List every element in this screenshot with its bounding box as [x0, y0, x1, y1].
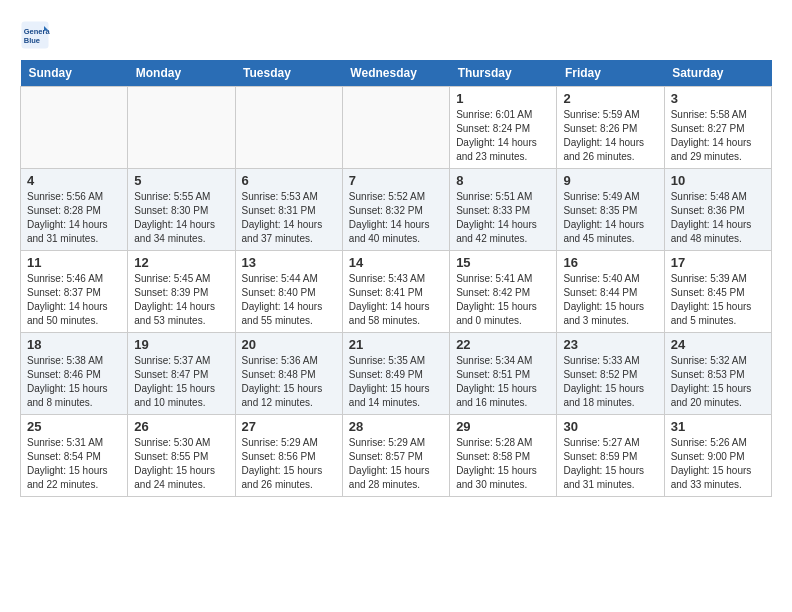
calendar-cell: 15Sunrise: 5:41 AMSunset: 8:42 PMDayligh… [450, 251, 557, 333]
day-info: Sunrise: 5:30 AMSunset: 8:55 PMDaylight:… [134, 436, 228, 492]
day-info: Sunrise: 5:49 AMSunset: 8:35 PMDaylight:… [563, 190, 657, 246]
day-info: Sunrise: 5:45 AMSunset: 8:39 PMDaylight:… [134, 272, 228, 328]
calendar-cell [235, 87, 342, 169]
day-number: 17 [671, 255, 765, 270]
calendar-cell: 24Sunrise: 5:32 AMSunset: 8:53 PMDayligh… [664, 333, 771, 415]
day-info: Sunrise: 5:55 AMSunset: 8:30 PMDaylight:… [134, 190, 228, 246]
day-info: Sunrise: 5:37 AMSunset: 8:47 PMDaylight:… [134, 354, 228, 410]
weekday-header-monday: Monday [128, 60, 235, 87]
calendar-cell: 11Sunrise: 5:46 AMSunset: 8:37 PMDayligh… [21, 251, 128, 333]
calendar-cell: 17Sunrise: 5:39 AMSunset: 8:45 PMDayligh… [664, 251, 771, 333]
day-info: Sunrise: 5:41 AMSunset: 8:42 PMDaylight:… [456, 272, 550, 328]
day-info: Sunrise: 5:31 AMSunset: 8:54 PMDaylight:… [27, 436, 121, 492]
day-info: Sunrise: 5:29 AMSunset: 8:57 PMDaylight:… [349, 436, 443, 492]
day-info: Sunrise: 5:53 AMSunset: 8:31 PMDaylight:… [242, 190, 336, 246]
day-number: 14 [349, 255, 443, 270]
day-number: 20 [242, 337, 336, 352]
week-row-5: 25Sunrise: 5:31 AMSunset: 8:54 PMDayligh… [21, 415, 772, 497]
day-number: 13 [242, 255, 336, 270]
calendar-cell [342, 87, 449, 169]
logo: General Blue [20, 20, 54, 50]
weekday-header-friday: Friday [557, 60, 664, 87]
day-number: 10 [671, 173, 765, 188]
day-info: Sunrise: 6:01 AMSunset: 8:24 PMDaylight:… [456, 108, 550, 164]
calendar-table: SundayMondayTuesdayWednesdayThursdayFrid… [20, 60, 772, 497]
calendar-cell: 23Sunrise: 5:33 AMSunset: 8:52 PMDayligh… [557, 333, 664, 415]
day-info: Sunrise: 5:36 AMSunset: 8:48 PMDaylight:… [242, 354, 336, 410]
week-row-3: 11Sunrise: 5:46 AMSunset: 8:37 PMDayligh… [21, 251, 772, 333]
calendar-cell: 6Sunrise: 5:53 AMSunset: 8:31 PMDaylight… [235, 169, 342, 251]
day-number: 9 [563, 173, 657, 188]
day-number: 11 [27, 255, 121, 270]
day-info: Sunrise: 5:52 AMSunset: 8:32 PMDaylight:… [349, 190, 443, 246]
calendar-cell: 31Sunrise: 5:26 AMSunset: 9:00 PMDayligh… [664, 415, 771, 497]
calendar-cell: 21Sunrise: 5:35 AMSunset: 8:49 PMDayligh… [342, 333, 449, 415]
calendar-cell: 5Sunrise: 5:55 AMSunset: 8:30 PMDaylight… [128, 169, 235, 251]
day-number: 8 [456, 173, 550, 188]
day-number: 24 [671, 337, 765, 352]
day-info: Sunrise: 5:56 AMSunset: 8:28 PMDaylight:… [27, 190, 121, 246]
svg-text:General: General [24, 27, 50, 36]
day-number: 2 [563, 91, 657, 106]
logo-icon: General Blue [20, 20, 50, 50]
day-info: Sunrise: 5:27 AMSunset: 8:59 PMDaylight:… [563, 436, 657, 492]
day-info: Sunrise: 5:26 AMSunset: 9:00 PMDaylight:… [671, 436, 765, 492]
calendar-cell [128, 87, 235, 169]
day-number: 22 [456, 337, 550, 352]
day-number: 18 [27, 337, 121, 352]
calendar-cell: 2Sunrise: 5:59 AMSunset: 8:26 PMDaylight… [557, 87, 664, 169]
week-row-4: 18Sunrise: 5:38 AMSunset: 8:46 PMDayligh… [21, 333, 772, 415]
day-number: 25 [27, 419, 121, 434]
day-info: Sunrise: 5:44 AMSunset: 8:40 PMDaylight:… [242, 272, 336, 328]
day-number: 27 [242, 419, 336, 434]
week-row-1: 1Sunrise: 6:01 AMSunset: 8:24 PMDaylight… [21, 87, 772, 169]
day-info: Sunrise: 5:29 AMSunset: 8:56 PMDaylight:… [242, 436, 336, 492]
calendar-cell: 3Sunrise: 5:58 AMSunset: 8:27 PMDaylight… [664, 87, 771, 169]
calendar-cell: 13Sunrise: 5:44 AMSunset: 8:40 PMDayligh… [235, 251, 342, 333]
day-number: 31 [671, 419, 765, 434]
day-number: 1 [456, 91, 550, 106]
calendar-cell: 16Sunrise: 5:40 AMSunset: 8:44 PMDayligh… [557, 251, 664, 333]
day-info: Sunrise: 5:58 AMSunset: 8:27 PMDaylight:… [671, 108, 765, 164]
day-number: 21 [349, 337, 443, 352]
day-info: Sunrise: 5:39 AMSunset: 8:45 PMDaylight:… [671, 272, 765, 328]
calendar-cell: 28Sunrise: 5:29 AMSunset: 8:57 PMDayligh… [342, 415, 449, 497]
day-number: 23 [563, 337, 657, 352]
day-number: 26 [134, 419, 228, 434]
calendar-cell: 26Sunrise: 5:30 AMSunset: 8:55 PMDayligh… [128, 415, 235, 497]
day-number: 19 [134, 337, 228, 352]
day-number: 12 [134, 255, 228, 270]
calendar-cell [21, 87, 128, 169]
weekday-header-saturday: Saturday [664, 60, 771, 87]
calendar-cell: 18Sunrise: 5:38 AMSunset: 8:46 PMDayligh… [21, 333, 128, 415]
day-number: 5 [134, 173, 228, 188]
day-number: 30 [563, 419, 657, 434]
day-info: Sunrise: 5:40 AMSunset: 8:44 PMDaylight:… [563, 272, 657, 328]
day-info: Sunrise: 5:34 AMSunset: 8:51 PMDaylight:… [456, 354, 550, 410]
day-info: Sunrise: 5:35 AMSunset: 8:49 PMDaylight:… [349, 354, 443, 410]
weekday-header-tuesday: Tuesday [235, 60, 342, 87]
day-number: 4 [27, 173, 121, 188]
calendar-cell: 29Sunrise: 5:28 AMSunset: 8:58 PMDayligh… [450, 415, 557, 497]
weekday-header-row: SundayMondayTuesdayWednesdayThursdayFrid… [21, 60, 772, 87]
calendar-cell: 9Sunrise: 5:49 AMSunset: 8:35 PMDaylight… [557, 169, 664, 251]
calendar-cell: 10Sunrise: 5:48 AMSunset: 8:36 PMDayligh… [664, 169, 771, 251]
day-info: Sunrise: 5:46 AMSunset: 8:37 PMDaylight:… [27, 272, 121, 328]
calendar-cell: 7Sunrise: 5:52 AMSunset: 8:32 PMDaylight… [342, 169, 449, 251]
calendar-cell: 25Sunrise: 5:31 AMSunset: 8:54 PMDayligh… [21, 415, 128, 497]
day-number: 15 [456, 255, 550, 270]
day-info: Sunrise: 5:38 AMSunset: 8:46 PMDaylight:… [27, 354, 121, 410]
weekday-header-sunday: Sunday [21, 60, 128, 87]
calendar-cell: 19Sunrise: 5:37 AMSunset: 8:47 PMDayligh… [128, 333, 235, 415]
day-info: Sunrise: 5:32 AMSunset: 8:53 PMDaylight:… [671, 354, 765, 410]
day-info: Sunrise: 5:51 AMSunset: 8:33 PMDaylight:… [456, 190, 550, 246]
day-number: 7 [349, 173, 443, 188]
day-number: 28 [349, 419, 443, 434]
day-number: 6 [242, 173, 336, 188]
calendar-cell: 20Sunrise: 5:36 AMSunset: 8:48 PMDayligh… [235, 333, 342, 415]
weekday-header-wednesday: Wednesday [342, 60, 449, 87]
calendar-cell: 4Sunrise: 5:56 AMSunset: 8:28 PMDaylight… [21, 169, 128, 251]
calendar-cell: 12Sunrise: 5:45 AMSunset: 8:39 PMDayligh… [128, 251, 235, 333]
day-number: 3 [671, 91, 765, 106]
calendar-cell: 1Sunrise: 6:01 AMSunset: 8:24 PMDaylight… [450, 87, 557, 169]
